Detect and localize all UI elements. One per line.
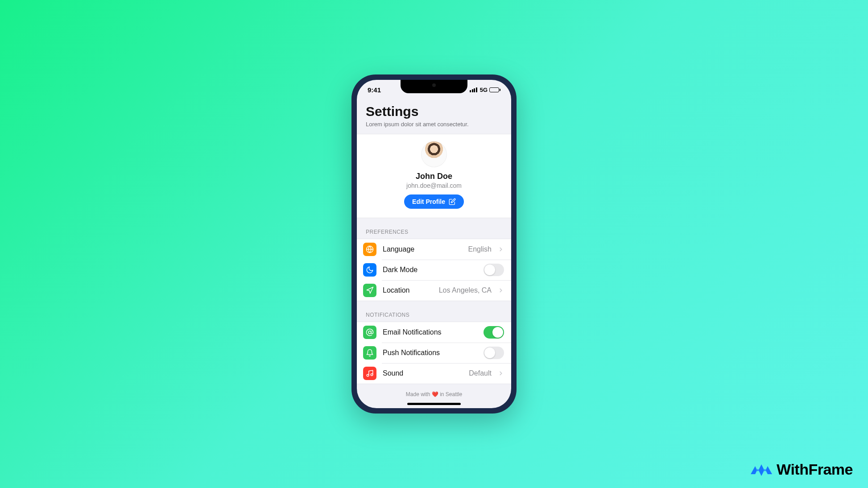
list-notifications: Email Notifications Push Notifications S… <box>357 322 511 384</box>
row-email-notifications: Email Notifications <box>357 322 511 343</box>
page-title: Settings <box>366 104 502 119</box>
brand-watermark: WithFrame <box>751 461 853 478</box>
edit-profile-button[interactable]: Edit Profile <box>404 194 464 209</box>
chevron-right-icon <box>498 370 504 376</box>
row-label: Location <box>383 286 433 294</box>
avatar[interactable] <box>421 141 447 167</box>
dark-mode-toggle[interactable] <box>484 264 504 276</box>
page-header: Settings Lorem ipsum dolor sit amet cons… <box>357 99 511 134</box>
row-sound[interactable]: Sound Default <box>357 363 511 384</box>
section-label-notifications: NOTIFICATIONS <box>357 301 511 322</box>
svg-point-4 <box>367 374 369 376</box>
list-preferences: Language English Dark Mode Location <box>357 239 511 301</box>
row-value: Default <box>469 369 492 377</box>
row-location[interactable]: Location Los Angeles, CA <box>357 280 511 301</box>
status-time: 9:41 <box>368 86 381 94</box>
row-push-notifications: Push Notifications <box>357 343 511 363</box>
profile-email: john.doe@mail.com <box>366 182 502 189</box>
bell-icon <box>363 346 376 360</box>
notch <box>401 80 467 93</box>
email-notifications-toggle[interactable] <box>484 326 504 339</box>
profile-card: John Doe john.doe@mail.com Edit Profile <box>357 134 511 218</box>
row-label: Sound <box>383 369 463 377</box>
page-subtitle: Lorem ipsum dolor sit amet consectetur. <box>366 121 502 128</box>
row-dark-mode: Dark Mode <box>357 260 511 280</box>
signal-icon <box>470 87 477 92</box>
brand-logo-icon <box>751 462 772 478</box>
globe-icon <box>363 243 376 256</box>
row-value: Los Angeles, CA <box>439 286 492 294</box>
brand-name: WithFrame <box>777 461 853 478</box>
phone-frame: 9:41 5G Settings Lorem ipsum dolor sit a… <box>351 74 517 414</box>
section-label-preferences: PREFERENCES <box>357 218 511 239</box>
row-label: Language <box>383 245 462 253</box>
push-notifications-toggle[interactable] <box>484 347 504 359</box>
chevron-right-icon <box>498 246 504 252</box>
edit-icon <box>449 198 456 205</box>
svg-marker-2 <box>367 287 373 294</box>
phone-screen: 9:41 5G Settings Lorem ipsum dolor sit a… <box>357 80 511 408</box>
moon-icon <box>363 263 376 277</box>
row-language[interactable]: Language English <box>357 239 511 260</box>
row-label: Push Notifications <box>383 349 477 357</box>
chevron-right-icon <box>498 287 504 294</box>
svg-point-3 <box>368 331 371 334</box>
row-label: Dark Mode <box>383 266 477 274</box>
svg-point-5 <box>371 374 373 376</box>
home-indicator[interactable] <box>407 403 461 405</box>
music-icon <box>363 367 376 380</box>
network-label: 5G <box>480 87 488 93</box>
edit-profile-label: Edit Profile <box>412 198 445 205</box>
row-value: English <box>468 245 492 253</box>
screen-content: Settings Lorem ipsum dolor sit amet cons… <box>357 99 511 408</box>
profile-name: John Doe <box>366 172 502 181</box>
status-right: 5G <box>470 87 500 93</box>
battery-icon <box>489 87 500 92</box>
at-sign-icon <box>363 326 376 339</box>
navigation-icon <box>363 284 376 297</box>
row-label: Email Notifications <box>383 328 477 336</box>
